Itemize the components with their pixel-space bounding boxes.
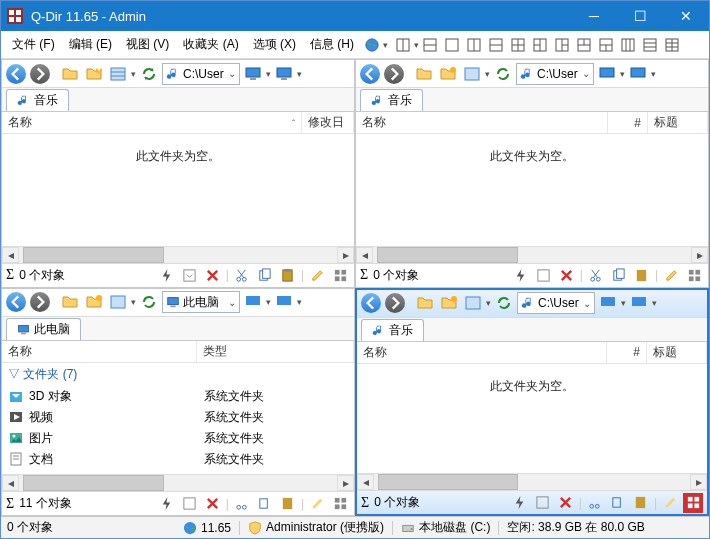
- refresh-icon[interactable]: [492, 63, 514, 85]
- path-combo[interactable]: C:\User ⌄: [517, 292, 595, 314]
- list-item[interactable]: 文档系统文件夹: [2, 449, 354, 470]
- view-icon[interactable]: [107, 291, 129, 313]
- refresh-icon[interactable]: [138, 291, 160, 313]
- monitor-2-icon[interactable]: [273, 291, 295, 313]
- dropdown-icon[interactable]: [533, 493, 553, 513]
- back-button[interactable]: [5, 63, 27, 85]
- pane-2-tab[interactable]: 音乐: [360, 89, 423, 111]
- grid-icon[interactable]: [330, 494, 350, 514]
- paste-icon[interactable]: [278, 265, 298, 285]
- h-scrollbar[interactable]: ◂▸: [2, 474, 354, 491]
- delete-icon[interactable]: [557, 265, 577, 285]
- col-title[interactable]: 标题: [647, 342, 707, 363]
- view-icon[interactable]: [461, 63, 483, 85]
- list-item[interactable]: 视频系统文件夹: [2, 407, 354, 428]
- grid-icon[interactable]: [684, 265, 704, 285]
- lightning-icon[interactable]: [511, 265, 531, 285]
- col-name[interactable]: 名称: [2, 341, 197, 362]
- paste-icon[interactable]: [631, 493, 651, 513]
- layout-11-icon[interactable]: [618, 35, 638, 55]
- layout-4-icon[interactable]: [464, 35, 484, 55]
- view-icon[interactable]: [107, 63, 129, 85]
- layout-10-icon[interactable]: [596, 35, 616, 55]
- forward-button[interactable]: [29, 291, 51, 313]
- folder-icon[interactable]: [59, 63, 81, 85]
- path-combo[interactable]: 此电脑 ⌄: [162, 291, 240, 313]
- lightning-icon[interactable]: [157, 494, 177, 514]
- edit-icon[interactable]: [307, 265, 327, 285]
- delete-icon[interactable]: [203, 494, 223, 514]
- grid-icon[interactable]: [683, 493, 703, 513]
- menu-info[interactable]: 信息 (H): [303, 32, 361, 57]
- h-scrollbar[interactable]: ◂▸: [2, 246, 354, 263]
- path-combo[interactable]: C:\User ⌄: [162, 63, 240, 85]
- lightning-icon[interactable]: [157, 265, 177, 285]
- pane-4-tab[interactable]: 音乐: [361, 319, 424, 341]
- refresh-icon[interactable]: [138, 63, 160, 85]
- layout-1-icon[interactable]: [393, 35, 413, 55]
- cut-icon[interactable]: [586, 265, 606, 285]
- cut-icon[interactable]: [232, 494, 252, 514]
- menu-view[interactable]: 视图 (V): [119, 32, 176, 57]
- layout-6-icon[interactable]: [508, 35, 528, 55]
- monitor-icon[interactable]: [242, 63, 264, 85]
- folder-icon[interactable]: [59, 291, 81, 313]
- grid-icon[interactable]: [330, 265, 350, 285]
- cut-icon[interactable]: [585, 493, 605, 513]
- copy-icon[interactable]: [609, 265, 629, 285]
- layout-9-icon[interactable]: [574, 35, 594, 55]
- edit-icon[interactable]: [660, 493, 680, 513]
- copy-icon[interactable]: [608, 493, 628, 513]
- copy-icon[interactable]: [255, 265, 275, 285]
- monitor-2-icon[interactable]: [273, 63, 295, 85]
- monitor-icon[interactable]: [597, 292, 619, 314]
- monitor-icon[interactable]: [596, 63, 618, 85]
- back-button[interactable]: [359, 63, 381, 85]
- layout-7-icon[interactable]: [530, 35, 550, 55]
- cut-icon[interactable]: [232, 265, 252, 285]
- path-combo[interactable]: C:\User ⌄: [516, 63, 594, 85]
- col-modified[interactable]: 修改日: [302, 112, 354, 133]
- menu-favorites[interactable]: 收藏夹 (A): [176, 32, 245, 57]
- col-title[interactable]: 标题: [648, 112, 708, 133]
- forward-button[interactable]: [384, 292, 406, 314]
- layout-2-icon[interactable]: [420, 35, 440, 55]
- h-scrollbar[interactable]: ◂▸: [357, 473, 707, 490]
- monitor-2-icon[interactable]: [628, 292, 650, 314]
- new-folder-icon[interactable]: [438, 292, 460, 314]
- layout-5-icon[interactable]: [486, 35, 506, 55]
- monitor-2-icon[interactable]: [627, 63, 649, 85]
- delete-icon[interactable]: [203, 265, 223, 285]
- menu-file[interactable]: 文件 (F): [5, 32, 62, 57]
- forward-button[interactable]: [383, 63, 405, 85]
- lightning-icon[interactable]: [510, 493, 530, 513]
- col-type[interactable]: 类型: [197, 341, 354, 362]
- refresh-icon[interactable]: [493, 292, 515, 314]
- new-folder-icon[interactable]: [83, 291, 105, 313]
- dropdown-icon[interactable]: [180, 265, 200, 285]
- dropdown-icon[interactable]: [534, 265, 554, 285]
- layout-3-icon[interactable]: [442, 35, 462, 55]
- forward-button[interactable]: [29, 63, 51, 85]
- monitor-icon[interactable]: [242, 291, 264, 313]
- minimize-button[interactable]: ─: [571, 1, 617, 31]
- dropdown-icon[interactable]: [180, 494, 200, 514]
- col-name[interactable]: 名称ˆ: [2, 112, 302, 133]
- new-folder-icon[interactable]: [437, 63, 459, 85]
- list-item[interactable]: 3D 对象系统文件夹: [2, 386, 354, 407]
- folder-icon[interactable]: [414, 292, 436, 314]
- col-name[interactable]: 名称: [357, 342, 607, 363]
- pane-3-tab[interactable]: 此电脑: [6, 318, 81, 340]
- group-header[interactable]: ▽ 文件夹 (7): [2, 363, 354, 386]
- copy-icon[interactable]: [255, 494, 275, 514]
- edit-icon[interactable]: [307, 494, 327, 514]
- layout-8-icon[interactable]: [552, 35, 572, 55]
- col-number[interactable]: #: [607, 342, 647, 363]
- view-icon[interactable]: [462, 292, 484, 314]
- menu-edit[interactable]: 编辑 (E): [62, 32, 119, 57]
- col-name[interactable]: 名称: [356, 112, 608, 133]
- menu-options[interactable]: 选项 (X): [246, 32, 303, 57]
- maximize-button[interactable]: ☐: [617, 1, 663, 31]
- list-item[interactable]: 图片系统文件夹: [2, 428, 354, 449]
- paste-icon[interactable]: [278, 494, 298, 514]
